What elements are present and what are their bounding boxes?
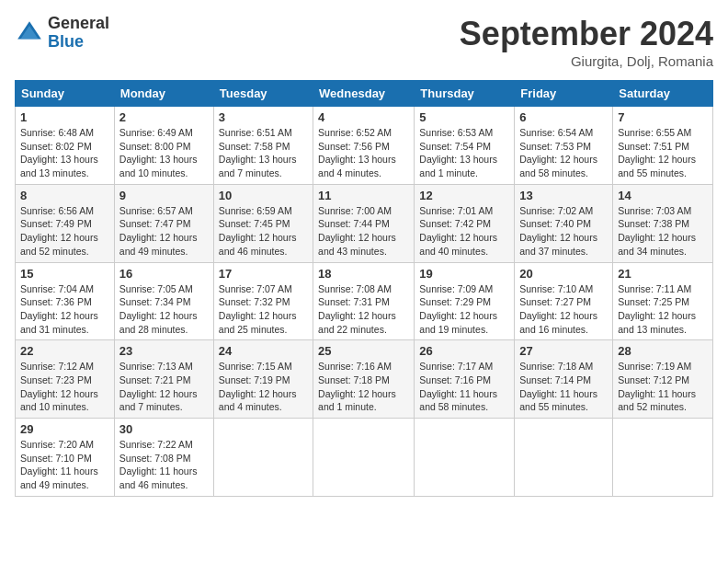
calendar-cell [515, 419, 613, 497]
day-info: Sunrise: 7:04 AM Sunset: 7:36 PM Dayligh… [20, 282, 109, 337]
day-number: 17 [219, 267, 308, 281]
day-info: Sunrise: 7:22 AM Sunset: 7:08 PM Dayligh… [119, 438, 209, 492]
calendar-cell: 1Sunrise: 6:48 AM Sunset: 8:02 PM Daylig… [16, 107, 115, 185]
logo-icon [15, 18, 44, 48]
title-block: September 2024 Giurgita, Dolj, Romania [460, 15, 713, 69]
calendar-cell: 18Sunrise: 7:08 AM Sunset: 7:31 PM Dayli… [313, 262, 415, 340]
day-info: Sunrise: 6:52 AM Sunset: 7:56 PM Dayligh… [318, 126, 409, 180]
day-number: 5 [419, 110, 509, 124]
calendar-cell: 4Sunrise: 6:52 AM Sunset: 7:56 PM Daylig… [313, 107, 415, 185]
day-info: Sunrise: 7:12 AM Sunset: 7:23 PM Dayligh… [20, 360, 109, 414]
calendar-cell: 13Sunrise: 7:02 AM Sunset: 7:40 PM Dayli… [515, 184, 613, 262]
day-info: Sunrise: 7:19 AM Sunset: 7:12 PM Dayligh… [618, 360, 708, 414]
weekday-header-wednesday: Wednesday [313, 81, 415, 107]
calendar-cell: 20Sunrise: 7:10 AM Sunset: 7:27 PM Dayli… [515, 262, 613, 340]
calendar-cell: 6Sunrise: 6:54 AM Sunset: 7:53 PM Daylig… [515, 107, 613, 185]
day-number: 3 [219, 110, 308, 124]
calendar-cell: 17Sunrise: 7:07 AM Sunset: 7:32 PM Dayli… [213, 262, 313, 340]
day-info: Sunrise: 6:56 AM Sunset: 7:49 PM Dayligh… [20, 204, 109, 259]
calendar-cell: 11Sunrise: 7:00 AM Sunset: 7:44 PM Dayli… [313, 184, 415, 262]
day-number: 1 [20, 110, 109, 124]
day-number: 20 [519, 267, 608, 281]
calendar-cell: 3Sunrise: 6:51 AM Sunset: 7:58 PM Daylig… [213, 107, 313, 185]
day-info: Sunrise: 7:03 AM Sunset: 7:38 PM Dayligh… [618, 204, 708, 259]
weekday-header-row: SundayMondayTuesdayWednesdayThursdayFrid… [16, 81, 713, 107]
day-info: Sunrise: 7:09 AM Sunset: 7:29 PM Dayligh… [419, 282, 509, 337]
day-number: 28 [618, 344, 708, 358]
calendar-cell: 7Sunrise: 6:55 AM Sunset: 7:51 PM Daylig… [613, 107, 713, 185]
day-info: Sunrise: 7:02 AM Sunset: 7:40 PM Dayligh… [519, 204, 608, 259]
weekday-header-friday: Friday [515, 81, 613, 107]
calendar-cell: 26Sunrise: 7:17 AM Sunset: 7:16 PM Dayli… [415, 340, 515, 419]
day-info: Sunrise: 6:48 AM Sunset: 8:02 PM Dayligh… [20, 126, 109, 180]
day-info: Sunrise: 6:55 AM Sunset: 7:51 PM Dayligh… [618, 126, 708, 180]
day-number: 23 [119, 344, 209, 358]
day-number: 4 [318, 110, 409, 124]
calendar-cell: 27Sunrise: 7:18 AM Sunset: 7:14 PM Dayli… [515, 340, 613, 419]
day-info: Sunrise: 7:07 AM Sunset: 7:32 PM Dayligh… [219, 282, 308, 337]
day-number: 25 [318, 344, 409, 358]
calendar-cell: 23Sunrise: 7:13 AM Sunset: 7:21 PM Dayli… [114, 340, 213, 419]
calendar-cell: 12Sunrise: 7:01 AM Sunset: 7:42 PM Dayli… [415, 184, 515, 262]
location: Giurgita, Dolj, Romania [460, 53, 713, 69]
day-number: 15 [20, 267, 109, 281]
day-number: 22 [20, 344, 109, 358]
calendar-week-5: 29Sunrise: 7:20 AM Sunset: 7:10 PM Dayli… [16, 419, 713, 497]
calendar-cell: 2Sunrise: 6:49 AM Sunset: 8:00 PM Daylig… [114, 107, 213, 185]
day-number: 14 [618, 189, 708, 202]
day-number: 21 [618, 267, 708, 281]
calendar-cell: 29Sunrise: 7:20 AM Sunset: 7:10 PM Dayli… [16, 419, 115, 497]
day-info: Sunrise: 7:00 AM Sunset: 7:44 PM Dayligh… [318, 204, 409, 259]
calendar-cell: 16Sunrise: 7:05 AM Sunset: 7:34 PM Dayli… [114, 262, 213, 340]
day-number: 13 [519, 189, 608, 202]
day-number: 8 [20, 189, 109, 202]
day-number: 29 [20, 422, 109, 436]
day-info: Sunrise: 6:49 AM Sunset: 8:00 PM Dayligh… [119, 126, 209, 180]
day-info: Sunrise: 7:05 AM Sunset: 7:34 PM Dayligh… [119, 282, 209, 337]
logo-general: General [48, 15, 109, 33]
calendar-cell [415, 419, 515, 497]
calendar-cell: 24Sunrise: 7:15 AM Sunset: 7:19 PM Dayli… [213, 340, 313, 419]
day-number: 26 [419, 344, 509, 358]
day-info: Sunrise: 7:16 AM Sunset: 7:18 PM Dayligh… [318, 360, 409, 414]
day-info: Sunrise: 7:18 AM Sunset: 7:14 PM Dayligh… [519, 360, 608, 414]
day-number: 9 [119, 189, 209, 202]
calendar-cell: 15Sunrise: 7:04 AM Sunset: 7:36 PM Dayli… [16, 262, 115, 340]
calendar-cell [213, 419, 313, 497]
calendar-cell [313, 419, 415, 497]
day-number: 7 [618, 110, 708, 124]
day-info: Sunrise: 6:59 AM Sunset: 7:45 PM Dayligh… [219, 204, 308, 259]
calendar-cell: 14Sunrise: 7:03 AM Sunset: 7:38 PM Dayli… [613, 184, 713, 262]
day-info: Sunrise: 7:20 AM Sunset: 7:10 PM Dayligh… [20, 438, 109, 492]
logo: General Blue [15, 15, 109, 52]
calendar-week-1: 1Sunrise: 6:48 AM Sunset: 8:02 PM Daylig… [16, 107, 713, 185]
calendar-cell: 30Sunrise: 7:22 AM Sunset: 7:08 PM Dayli… [114, 419, 213, 497]
calendar-week-2: 8Sunrise: 6:56 AM Sunset: 7:49 PM Daylig… [16, 184, 713, 262]
calendar-cell: 21Sunrise: 7:11 AM Sunset: 7:25 PM Dayli… [613, 262, 713, 340]
calendar-week-3: 15Sunrise: 7:04 AM Sunset: 7:36 PM Dayli… [16, 262, 713, 340]
calendar-cell: 8Sunrise: 6:56 AM Sunset: 7:49 PM Daylig… [16, 184, 115, 262]
day-info: Sunrise: 6:54 AM Sunset: 7:53 PM Dayligh… [519, 126, 608, 180]
calendar-cell: 9Sunrise: 6:57 AM Sunset: 7:47 PM Daylig… [114, 184, 213, 262]
calendar-table: SundayMondayTuesdayWednesdayThursdayFrid… [15, 80, 713, 497]
weekday-header-tuesday: Tuesday [213, 81, 313, 107]
day-number: 18 [318, 267, 409, 281]
calendar-cell: 19Sunrise: 7:09 AM Sunset: 7:29 PM Dayli… [415, 262, 515, 340]
page-header: General Blue September 2024 Giurgita, Do… [15, 15, 713, 69]
day-number: 2 [119, 110, 209, 124]
day-info: Sunrise: 6:57 AM Sunset: 7:47 PM Dayligh… [119, 204, 209, 259]
day-number: 16 [119, 267, 209, 281]
day-info: Sunrise: 6:53 AM Sunset: 7:54 PM Dayligh… [419, 126, 509, 180]
day-number: 6 [519, 110, 608, 124]
day-number: 11 [318, 189, 409, 202]
logo-blue: Blue [48, 33, 109, 52]
day-info: Sunrise: 7:15 AM Sunset: 7:19 PM Dayligh… [219, 360, 308, 414]
calendar-cell: 28Sunrise: 7:19 AM Sunset: 7:12 PM Dayli… [613, 340, 713, 419]
calendar-cell: 25Sunrise: 7:16 AM Sunset: 7:18 PM Dayli… [313, 340, 415, 419]
day-info: Sunrise: 7:10 AM Sunset: 7:27 PM Dayligh… [519, 282, 608, 337]
day-number: 12 [419, 189, 509, 202]
logo-text: General Blue [48, 15, 109, 52]
weekday-header-sunday: Sunday [16, 81, 115, 107]
day-info: Sunrise: 7:13 AM Sunset: 7:21 PM Dayligh… [119, 360, 209, 414]
day-number: 27 [519, 344, 608, 358]
